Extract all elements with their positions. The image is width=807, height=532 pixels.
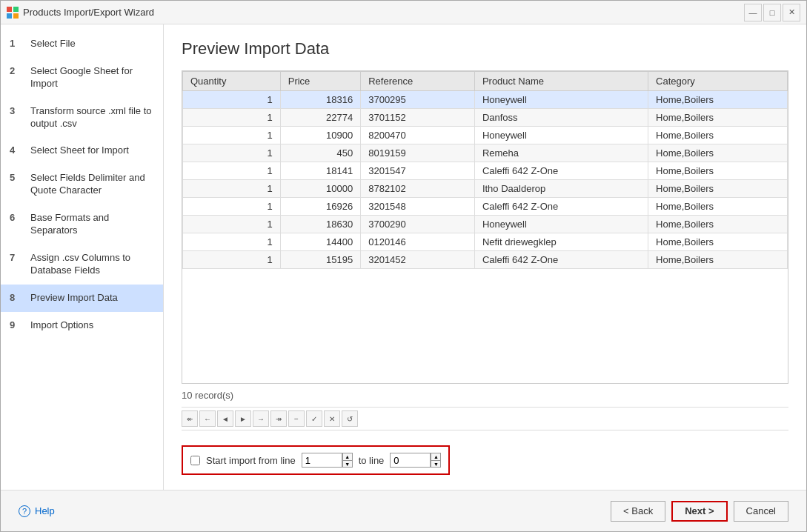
cell-quantity: 1 (183, 109, 281, 127)
cell-product-name: Caleffi 642 Z-One (474, 251, 648, 269)
cell-product-name: Honeywell (474, 127, 648, 144)
cell-quantity: 1 (183, 91, 281, 109)
content-area: 1 Select File 2 Select Google Sheet for … (1, 24, 806, 490)
from-line-input[interactable] (302, 453, 342, 468)
to-line-spinners: ▲ ▼ (431, 453, 441, 468)
back-button[interactable]: < Back (611, 501, 665, 522)
next-small-button[interactable]: ► (235, 410, 251, 427)
cell-price: 16926 (280, 198, 360, 216)
table-row: 1 18316 3700295 Honeywell Home,Boilers (183, 91, 788, 109)
delete-button[interactable]: − (288, 410, 305, 427)
next-button[interactable]: Next > (671, 501, 727, 522)
cell-product-name: Caleffi 642 Z-One (474, 198, 648, 216)
cell-reference: 3201547 (361, 162, 475, 180)
sidebar-item-transform[interactable]: 3 Transform source .xml file to output .… (1, 98, 163, 138)
first-page-button[interactable]: ↞ (182, 410, 198, 427)
cancel-button[interactable]: Cancel (734, 501, 788, 522)
cell-product-name: Itho Daalderop (474, 180, 648, 198)
next-page-button[interactable]: → (253, 410, 269, 427)
nav-toolbar: ↞ ← ◄ ► → ↠ − ✓ ✕ ↺ (182, 407, 788, 430)
cell-category: Home,Boilers (648, 109, 788, 127)
cell-quantity: 1 (183, 198, 281, 216)
cell-reference: 8019159 (361, 144, 475, 162)
sidebar-num-4: 4 (10, 144, 24, 156)
check-button[interactable]: ✓ (306, 410, 322, 427)
sidebar-num-8: 8 (10, 292, 24, 303)
from-line-up-button[interactable]: ▲ (342, 453, 353, 460)
sidebar-item-select-sheet[interactable]: 4 Select Sheet for Import (1, 137, 163, 164)
cell-price: 18141 (280, 162, 360, 180)
cell-reference: 0120146 (361, 233, 475, 251)
cell-reference: 8782102 (361, 180, 475, 198)
cell-price: 18630 (280, 216, 360, 233)
cell-reference: 3700295 (361, 91, 475, 109)
refresh-button[interactable]: ↺ (342, 410, 358, 427)
help-link[interactable]: ? Help (19, 505, 55, 517)
cancel-nav-button[interactable]: ✕ (324, 410, 340, 427)
wizard-window: Products Import/Export Wizard — □ ✕ 1 Se… (0, 0, 807, 532)
sidebar-item-base-formats[interactable]: 6 Base Formats and Separators (1, 205, 163, 245)
col-header-category: Category (648, 72, 788, 91)
cell-reference: 8200470 (361, 127, 475, 144)
sidebar-item-import-options[interactable]: 9 Import Options (1, 312, 163, 339)
data-table-container[interactable]: Quantity Price Reference Product Name Ca… (182, 70, 788, 384)
to-line-input[interactable] (390, 453, 431, 468)
close-button[interactable]: ✕ (783, 4, 800, 21)
cell-product-name: Nefit driewegklep (474, 233, 648, 251)
title-bar: Products Import/Export Wizard — □ ✕ (1, 1, 806, 24)
cell-reference: 3700290 (361, 216, 475, 233)
page-title: Preview Import Data (182, 39, 788, 59)
table-row: 1 15195 3201452 Caleffi 642 Z-One Home,B… (183, 251, 788, 269)
col-header-quantity: Quantity (183, 72, 281, 91)
cell-reference: 3201452 (361, 251, 475, 269)
sidebar-num-9: 9 (10, 319, 24, 330)
prev-small-button[interactable]: ◄ (217, 410, 233, 427)
data-table: Quantity Price Reference Product Name Ca… (182, 71, 788, 269)
last-page-button[interactable]: ↠ (270, 410, 287, 427)
from-line-down-button[interactable]: ▼ (342, 460, 353, 468)
sidebar-num-2: 2 (10, 65, 24, 76)
cell-category: Home,Boilers (648, 251, 788, 269)
cell-price: 10000 (280, 180, 360, 198)
sidebar-num-3: 3 (10, 105, 24, 116)
sidebar-item-assign-columns[interactable]: 7 Assign .csv Columns to Database Fields (1, 245, 163, 285)
table-row: 1 14400 0120146 Nefit driewegklep Home,B… (183, 233, 788, 251)
table-row: 1 10000 8782102 Itho Daalderop Home,Boil… (183, 180, 788, 198)
col-header-product-name: Product Name (474, 72, 648, 91)
cell-category: Home,Boilers (648, 91, 788, 109)
restore-button[interactable]: □ (763, 4, 781, 21)
table-row: 1 18630 3700290 Honeywell Home,Boilers (183, 216, 788, 233)
window-controls: — □ ✕ (744, 4, 800, 21)
footer-buttons: < Back Next > Cancel (611, 501, 788, 522)
sidebar-num-1: 1 (10, 38, 24, 49)
cell-category: Home,Boilers (648, 233, 788, 251)
minimize-button[interactable]: — (744, 4, 762, 21)
sidebar-num-7: 7 (10, 252, 24, 263)
cell-reference: 3701152 (361, 109, 475, 127)
cell-product-name: Remeha (474, 144, 648, 162)
sidebar-label-1: Select File (30, 38, 76, 50)
sidebar: 1 Select File 2 Select Google Sheet for … (1, 24, 164, 490)
cell-quantity: 1 (183, 233, 281, 251)
svg-rect-0 (7, 7, 12, 12)
table-row: 1 16926 3201548 Caleffi 642 Z-One Home,B… (183, 198, 788, 216)
sidebar-label-4: Select Sheet for Import (30, 144, 129, 157)
cell-category: Home,Boilers (648, 198, 788, 216)
app-icon (7, 7, 19, 19)
help-icon: ? (19, 505, 30, 517)
cell-category: Home,Boilers (648, 216, 788, 233)
sidebar-label-8: Preview Import Data (30, 292, 118, 305)
sidebar-item-delimiter[interactable]: 5 Select Fields Delimiter and Quote Char… (1, 164, 163, 205)
sidebar-item-preview[interactable]: 8 Preview Import Data (1, 285, 163, 312)
prev-page-button[interactable]: ← (199, 410, 216, 427)
sidebar-item-google-sheet[interactable]: 2 Select Google Sheet for Import (1, 58, 163, 98)
to-line-up-button[interactable]: ▲ (431, 453, 441, 460)
start-import-checkbox[interactable] (190, 456, 200, 465)
sidebar-item-select-file[interactable]: 1 Select File (1, 30, 163, 58)
cell-product-name: Caleffi 642 Z-One (474, 162, 648, 180)
sidebar-label-5: Select Fields Delimiter and Quote Charac… (30, 172, 154, 197)
to-line-down-button[interactable]: ▼ (431, 460, 441, 468)
start-import-label: Start import from line (206, 455, 296, 466)
help-label: Help (35, 505, 55, 516)
cell-product-name: Danfoss (474, 109, 648, 127)
